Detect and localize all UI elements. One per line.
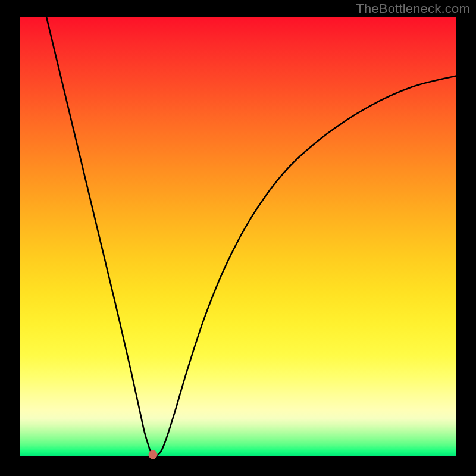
plot-area xyxy=(20,17,456,456)
curve-minimum-marker xyxy=(149,450,158,459)
curve-path xyxy=(46,17,456,456)
watermark-label: TheBottleneck.com xyxy=(356,1,470,17)
curve-svg xyxy=(20,17,456,456)
